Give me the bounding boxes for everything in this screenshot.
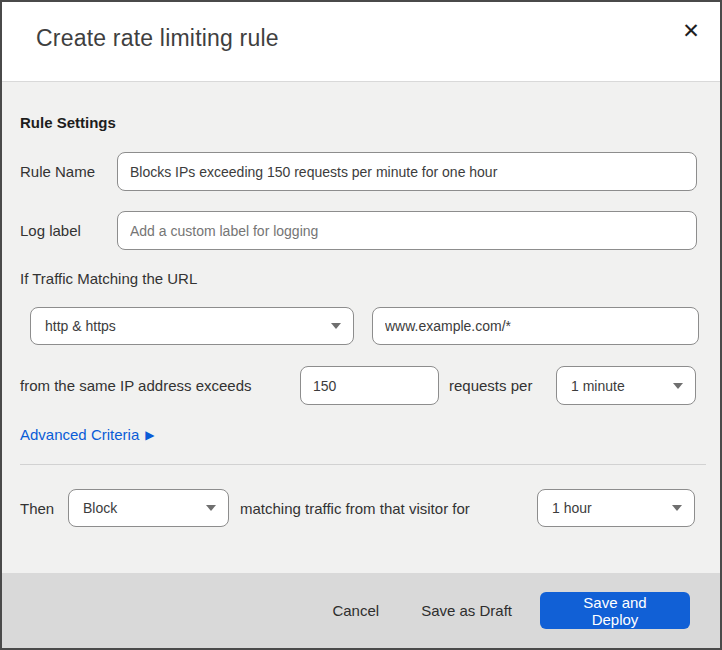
action-dropdown[interactable]: Block — [68, 489, 229, 527]
period-dropdown[interactable]: 1 minute — [556, 366, 696, 405]
chevron-down-icon — [331, 323, 341, 329]
rule-name-label: Rule Name — [20, 163, 95, 180]
save-and-deploy-button[interactable]: Save and Deploy — [540, 592, 690, 629]
dialog-footer: Cancel Save as Draft Save and Deploy — [2, 573, 720, 648]
dialog-title: Create rate limiting rule — [36, 25, 279, 52]
create-rate-limiting-rule-dialog: Create rate limiting rule ✕ Rule Setting… — [0, 0, 722, 650]
threshold-text-before: from the same IP address exceeds — [20, 377, 252, 394]
chevron-down-icon — [673, 383, 683, 389]
action-middle-text: matching traffic from that visitor for — [240, 500, 470, 517]
scheme-dropdown-value: http & https — [45, 318, 116, 334]
log-label-label: Log label — [20, 222, 81, 239]
duration-dropdown[interactable]: 1 hour — [537, 489, 695, 527]
chevron-down-icon — [206, 505, 216, 511]
request-threshold-input[interactable] — [300, 366, 439, 405]
dialog-header: Create rate limiting rule ✕ — [2, 2, 720, 82]
rule-name-input[interactable] — [117, 152, 697, 191]
rule-settings-heading: Rule Settings — [20, 114, 116, 131]
then-label: Then — [20, 500, 54, 517]
period-dropdown-value: 1 minute — [571, 378, 625, 394]
advanced-criteria-label: Advanced Criteria — [20, 426, 139, 443]
save-as-draft-button[interactable]: Save as Draft — [407, 594, 526, 627]
close-icon[interactable]: ✕ — [676, 16, 706, 46]
action-dropdown-value: Block — [83, 500, 117, 516]
duration-dropdown-value: 1 hour — [552, 500, 592, 516]
chevron-down-icon — [672, 505, 682, 511]
advanced-criteria-link[interactable]: Advanced Criteria ▶ — [20, 426, 154, 443]
scheme-dropdown[interactable]: http & https — [30, 307, 354, 345]
arrow-right-icon: ▶ — [145, 429, 154, 441]
cancel-button[interactable]: Cancel — [318, 594, 393, 627]
traffic-match-intro: If Traffic Matching the URL — [20, 270, 197, 287]
log-label-input[interactable] — [117, 211, 697, 250]
section-divider — [20, 464, 706, 465]
url-pattern-input[interactable] — [372, 307, 699, 345]
threshold-text-after: requests per — [449, 377, 532, 394]
